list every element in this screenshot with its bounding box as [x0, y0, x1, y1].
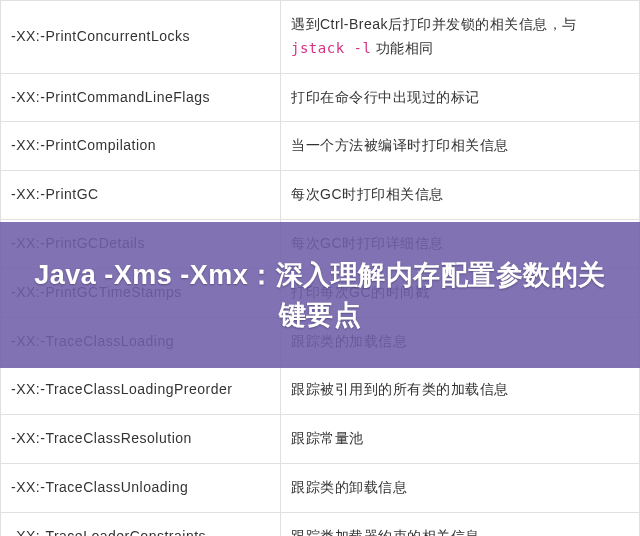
- table-row: -XX:-PrintCommandLineFlags打印在命令行中出现过的标记: [1, 73, 640, 122]
- option-cell: -XX:-PrintConcurrentLocks: [1, 1, 281, 74]
- table-row: -XX:-PrintConcurrentLocks遇到Ctrl-Break后打印…: [1, 1, 640, 74]
- overlay-banner: Java -Xms -Xmx：深入理解内存配置参数的关键要点: [0, 222, 640, 368]
- description-cell: 当一个方法被编译时打印相关信息: [281, 122, 640, 171]
- table-row: -XX:-PrintCompilation当一个方法被编译时打印相关信息: [1, 122, 640, 171]
- desc-text: 功能相同: [371, 40, 433, 56]
- description-cell: 每次GC时打印相关信息: [281, 171, 640, 220]
- table-row: -XX:-PrintGC每次GC时打印相关信息: [1, 171, 640, 220]
- option-cell: -XX:-TraceClassLoadingPreorder: [1, 366, 281, 415]
- description-cell: 跟踪常量池: [281, 415, 640, 464]
- table-row: -XX:-TraceClassResolution跟踪常量池: [1, 415, 640, 464]
- table-row: -XX:-TraceClassUnloading跟踪类的卸载信息: [1, 463, 640, 512]
- option-cell: -XX:-PrintGC: [1, 171, 281, 220]
- description-cell: 跟踪类加载器约束的相关信息: [281, 512, 640, 536]
- description-cell: 遇到Ctrl-Break后打印并发锁的相关信息，与 jstack -l 功能相同: [281, 1, 640, 74]
- option-cell: -XX:-PrintCommandLineFlags: [1, 73, 281, 122]
- overlay-title: Java -Xms -Xmx：深入理解内存配置参数的关键要点: [30, 255, 610, 336]
- inline-code: jstack -l: [291, 40, 371, 56]
- description-cell: 跟踪类的卸载信息: [281, 463, 640, 512]
- option-cell: -XX:-PrintCompilation: [1, 122, 281, 171]
- desc-text: 遇到Ctrl-Break后打印并发锁的相关信息，与: [291, 16, 577, 32]
- option-cell: -XX:-TraceClassResolution: [1, 415, 281, 464]
- option-cell: -XX:-TraceClassUnloading: [1, 463, 281, 512]
- option-cell: -XX:-TraceLoaderConstraints: [1, 512, 281, 536]
- description-cell: 跟踪被引用到的所有类的加载信息: [281, 366, 640, 415]
- description-cell: 打印在命令行中出现过的标记: [281, 73, 640, 122]
- table-row: -XX:-TraceLoaderConstraints跟踪类加载器约束的相关信息: [1, 512, 640, 536]
- table-row: -XX:-TraceClassLoadingPreorder跟踪被引用到的所有类…: [1, 366, 640, 415]
